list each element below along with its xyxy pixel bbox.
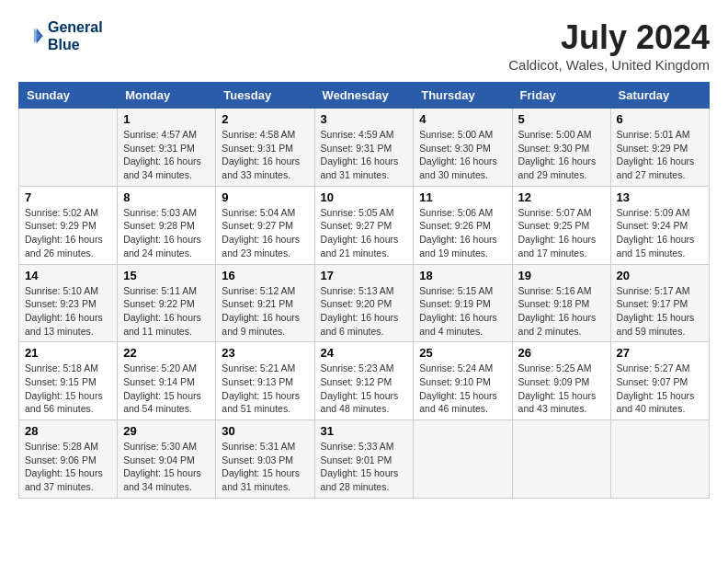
header: General Blue July 2024 Caldicot, Wales, … — [18, 18, 710, 73]
day-info: Sunrise: 5:20 AM Sunset: 9:14 PM Dayligh… — [123, 362, 210, 416]
day-number: 31 — [321, 424, 408, 438]
day-info: Sunrise: 5:25 AM Sunset: 9:09 PM Dayligh… — [518, 362, 605, 416]
day-header-wednesday: Wednesday — [314, 83, 414, 109]
day-header-friday: Friday — [512, 83, 610, 109]
calendar-cell — [512, 420, 610, 499]
calendar-cell: 26Sunrise: 5:25 AM Sunset: 9:09 PM Dayli… — [512, 342, 610, 420]
calendar-cell: 15Sunrise: 5:11 AM Sunset: 9:22 PM Dayli… — [118, 264, 216, 342]
calendar-cell — [610, 420, 709, 499]
day-header-monday: Monday — [118, 83, 216, 109]
calendar-cell: 16Sunrise: 5:12 AM Sunset: 9:21 PM Dayli… — [216, 264, 314, 342]
day-info: Sunrise: 5:15 AM Sunset: 9:19 PM Dayligh… — [419, 284, 506, 339]
day-info: Sunrise: 5:28 AM Sunset: 9:06 PM Dayligh… — [25, 440, 111, 494]
calendar-cell: 8Sunrise: 5:03 AM Sunset: 9:28 PM Daylig… — [118, 186, 216, 264]
day-info: Sunrise: 5:04 AM Sunset: 9:27 PM Dayligh… — [222, 206, 308, 260]
day-info: Sunrise: 5:18 AM Sunset: 9:15 PM Dayligh… — [25, 362, 111, 416]
day-number: 14 — [25, 269, 111, 282]
calendar-cell: 6Sunrise: 5:01 AM Sunset: 9:29 PM Daylig… — [610, 109, 709, 187]
day-number: 29 — [123, 424, 210, 438]
calendar-table: SundayMondayTuesdayWednesdayThursdayFrid… — [18, 82, 710, 499]
day-number: 15 — [123, 269, 210, 282]
week-row-3: 14Sunrise: 5:10 AM Sunset: 9:23 PM Dayli… — [19, 264, 710, 342]
calendar-cell: 3Sunrise: 4:59 AM Sunset: 9:31 PM Daylig… — [314, 109, 414, 187]
week-row-2: 7Sunrise: 5:02 AM Sunset: 9:29 PM Daylig… — [19, 186, 710, 264]
day-number: 18 — [419, 269, 506, 282]
day-info: Sunrise: 4:58 AM Sunset: 9:31 PM Dayligh… — [222, 128, 308, 182]
logo-icon — [18, 23, 44, 49]
logo: General Blue — [18, 18, 103, 53]
day-number: 12 — [518, 190, 605, 204]
calendar-cell: 1Sunrise: 4:57 AM Sunset: 9:31 PM Daylig… — [118, 109, 216, 187]
day-info: Sunrise: 5:03 AM Sunset: 9:28 PM Dayligh… — [123, 206, 210, 260]
day-number: 24 — [321, 346, 408, 360]
day-header-saturday: Saturday — [610, 83, 709, 109]
title-area: July 2024 Caldicot, Wales, United Kingdo… — [508, 18, 710, 73]
day-info: Sunrise: 5:06 AM Sunset: 9:26 PM Dayligh… — [419, 206, 506, 260]
calendar-cell: 4Sunrise: 5:00 AM Sunset: 9:30 PM Daylig… — [414, 109, 512, 187]
calendar-cell: 22Sunrise: 5:20 AM Sunset: 9:14 PM Dayli… — [118, 342, 216, 420]
calendar-cell: 28Sunrise: 5:28 AM Sunset: 9:06 PM Dayli… — [19, 420, 118, 499]
day-number: 20 — [617, 269, 703, 282]
calendar-cell: 7Sunrise: 5:02 AM Sunset: 9:29 PM Daylig… — [19, 186, 118, 264]
calendar-cell: 19Sunrise: 5:16 AM Sunset: 9:18 PM Dayli… — [512, 264, 610, 342]
calendar-cell: 9Sunrise: 5:04 AM Sunset: 9:27 PM Daylig… — [216, 186, 314, 264]
day-info: Sunrise: 5:09 AM Sunset: 9:24 PM Dayligh… — [617, 206, 703, 260]
day-info: Sunrise: 5:31 AM Sunset: 9:03 PM Dayligh… — [222, 440, 308, 494]
day-number: 30 — [222, 424, 308, 438]
calendar-cell: 12Sunrise: 5:07 AM Sunset: 9:25 PM Dayli… — [512, 186, 610, 264]
day-info: Sunrise: 5:23 AM Sunset: 9:12 PM Dayligh… — [321, 362, 408, 416]
day-number: 8 — [123, 190, 210, 204]
calendar-cell: 5Sunrise: 5:00 AM Sunset: 9:30 PM Daylig… — [512, 109, 610, 187]
day-info: Sunrise: 5:13 AM Sunset: 9:20 PM Dayligh… — [321, 284, 408, 339]
calendar-cell: 21Sunrise: 5:18 AM Sunset: 9:15 PM Dayli… — [19, 342, 118, 420]
calendar-cell: 31Sunrise: 5:33 AM Sunset: 9:01 PM Dayli… — [314, 420, 414, 499]
day-number: 2 — [222, 112, 308, 126]
day-number: 6 — [617, 112, 703, 126]
calendar-cell: 27Sunrise: 5:27 AM Sunset: 9:07 PM Dayli… — [610, 342, 709, 420]
day-info: Sunrise: 5:12 AM Sunset: 9:21 PM Dayligh… — [222, 284, 308, 339]
calendar-cell: 29Sunrise: 5:30 AM Sunset: 9:04 PM Dayli… — [118, 420, 216, 499]
logo-text: General Blue — [48, 18, 103, 53]
day-info: Sunrise: 5:30 AM Sunset: 9:04 PM Dayligh… — [123, 440, 210, 494]
day-number: 7 — [25, 190, 111, 204]
day-info: Sunrise: 5:33 AM Sunset: 9:01 PM Dayligh… — [321, 440, 408, 494]
day-number: 9 — [222, 190, 308, 204]
week-row-5: 28Sunrise: 5:28 AM Sunset: 9:06 PM Dayli… — [19, 420, 710, 499]
day-number: 13 — [617, 190, 703, 204]
day-number: 19 — [518, 269, 605, 282]
day-info: Sunrise: 4:59 AM Sunset: 9:31 PM Dayligh… — [321, 128, 408, 182]
calendar-cell: 2Sunrise: 4:58 AM Sunset: 9:31 PM Daylig… — [216, 109, 314, 187]
calendar-cell: 25Sunrise: 5:24 AM Sunset: 9:10 PM Dayli… — [414, 342, 512, 420]
calendar-cell: 20Sunrise: 5:17 AM Sunset: 9:17 PM Dayli… — [610, 264, 709, 342]
day-info: Sunrise: 5:00 AM Sunset: 9:30 PM Dayligh… — [419, 128, 506, 182]
day-number: 27 — [617, 346, 703, 360]
day-number: 1 — [123, 112, 210, 126]
day-number: 3 — [321, 112, 408, 126]
calendar-cell: 30Sunrise: 5:31 AM Sunset: 9:03 PM Dayli… — [216, 420, 314, 499]
day-header-sunday: Sunday — [19, 83, 118, 109]
calendar-cell: 10Sunrise: 5:05 AM Sunset: 9:27 PM Dayli… — [314, 186, 414, 264]
week-row-4: 21Sunrise: 5:18 AM Sunset: 9:15 PM Dayli… — [19, 342, 710, 420]
calendar-cell: 23Sunrise: 5:21 AM Sunset: 9:13 PM Dayli… — [216, 342, 314, 420]
day-number: 22 — [123, 346, 210, 360]
calendar-cell: 18Sunrise: 5:15 AM Sunset: 9:19 PM Dayli… — [414, 264, 512, 342]
day-number: 5 — [518, 112, 605, 126]
calendar-cell: 14Sunrise: 5:10 AM Sunset: 9:23 PM Dayli… — [19, 264, 118, 342]
day-number: 25 — [419, 346, 506, 360]
day-number: 17 — [321, 269, 408, 282]
day-info: Sunrise: 5:24 AM Sunset: 9:10 PM Dayligh… — [419, 362, 506, 416]
day-info: Sunrise: 5:21 AM Sunset: 9:13 PM Dayligh… — [222, 362, 308, 416]
day-info: Sunrise: 5:10 AM Sunset: 9:23 PM Dayligh… — [25, 284, 111, 339]
day-info: Sunrise: 5:01 AM Sunset: 9:29 PM Dayligh… — [617, 128, 703, 182]
week-row-1: 1Sunrise: 4:57 AM Sunset: 9:31 PM Daylig… — [19, 109, 710, 187]
day-number: 26 — [518, 346, 605, 360]
day-info: Sunrise: 5:11 AM Sunset: 9:22 PM Dayligh… — [123, 284, 210, 339]
calendar-cell — [414, 420, 512, 499]
month-year: July 2024 — [508, 18, 710, 57]
location: Caldicot, Wales, United Kingdom — [508, 57, 710, 73]
day-number: 23 — [222, 346, 308, 360]
calendar-cell: 13Sunrise: 5:09 AM Sunset: 9:24 PM Dayli… — [610, 186, 709, 264]
day-info: Sunrise: 5:16 AM Sunset: 9:18 PM Dayligh… — [518, 284, 605, 339]
day-number: 4 — [419, 112, 506, 126]
day-info: Sunrise: 5:00 AM Sunset: 9:30 PM Dayligh… — [518, 128, 605, 182]
